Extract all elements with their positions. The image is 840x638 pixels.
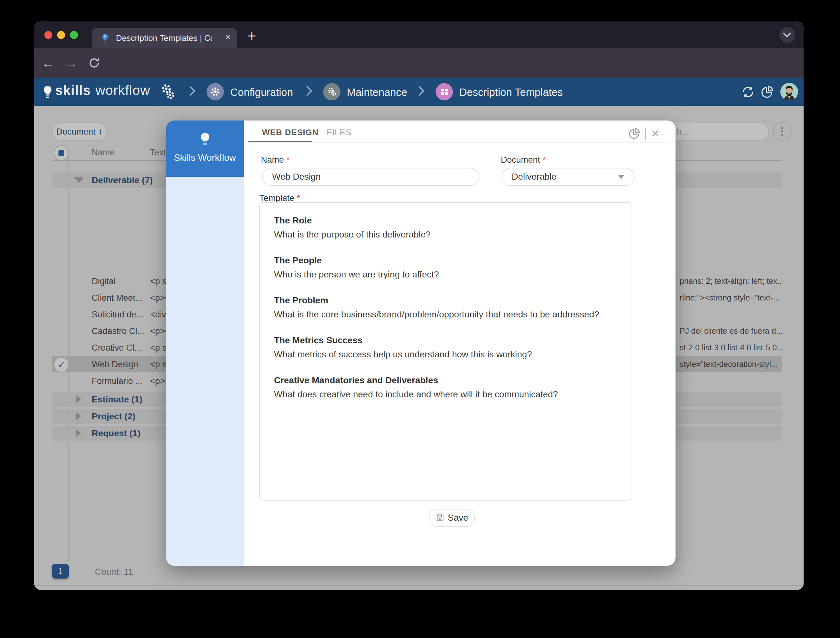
section-heading: Creative Mandatories and Deliverables: [274, 375, 617, 385]
logo-lightbulb-icon: [42, 85, 53, 100]
description-template-modal: Skills Workflow WEB DESIGN FILES × Name …: [166, 120, 676, 566]
tab-strip: Description Templates | Confi × +: [34, 21, 804, 48]
save-button[interactable]: Save: [429, 509, 475, 527]
template-section: The Role What is the purpose of this del…: [274, 215, 617, 241]
section-body: What metrics of success help us understa…: [274, 348, 617, 361]
breadcrumb-description-templates[interactable]: Description Templates: [459, 86, 563, 98]
template-editor[interactable]: The Role What is the purpose of this del…: [259, 202, 632, 500]
window-close-button[interactable]: [44, 31, 52, 39]
section-body: What is the core business/brand/problem/…: [274, 309, 617, 321]
required-asterisk: *: [286, 155, 290, 165]
breadcrumb-chevron-icon: [185, 85, 196, 96]
section-body: What is the purpose of this deliverable?: [274, 228, 617, 241]
modal-pie-icon[interactable]: [628, 127, 641, 140]
document-label: Document *: [501, 155, 546, 165]
section-heading: The Role: [274, 215, 617, 226]
new-tab-button[interactable]: +: [248, 27, 256, 44]
modal-close-icon[interactable]: ×: [652, 126, 659, 141]
back-button[interactable]: ←: [39, 48, 58, 78]
template-section: The People Who is the person we are tryi…: [274, 255, 617, 281]
forward-button[interactable]: →: [62, 48, 81, 78]
reload-button[interactable]: [85, 48, 104, 78]
section-heading: The People: [274, 255, 617, 266]
browser-tab[interactable]: Description Templates | Confi ×: [92, 28, 237, 48]
user-avatar[interactable]: [780, 83, 798, 101]
reports-pie-icon[interactable]: [760, 85, 775, 100]
window-minimize-button[interactable]: [57, 31, 65, 39]
chevron-down-icon: [783, 29, 791, 37]
section-body: What does creative need to include and w…: [274, 388, 617, 401]
logo-gears-icon: [159, 83, 177, 101]
breadcrumb-configuration[interactable]: Configuration: [230, 86, 293, 98]
table-grid-icon: [441, 89, 448, 95]
breadcrumb-description-templates-icon[interactable]: [436, 83, 453, 100]
tab-web-design[interactable]: WEB DESIGN: [262, 128, 319, 138]
app-header: skills workflow Configuration Maintenanc…: [34, 78, 804, 106]
name-input[interactable]: Web Design: [262, 168, 479, 186]
user-avatar-illustration: [780, 83, 798, 101]
modal-icon-separator: [645, 128, 646, 140]
gear-icon: [210, 86, 221, 97]
screen: Description Templates | Confi × + ← → de…: [0, 0, 840, 638]
section-heading: The Problem: [274, 295, 617, 306]
logo-text-skills[interactable]: skills: [55, 83, 91, 98]
tab-files[interactable]: FILES: [327, 128, 351, 138]
modal-sidebar-title: Skills Workflow: [174, 152, 236, 163]
gears-icon: [327, 86, 337, 97]
reload-icon: [88, 57, 101, 70]
save-label: Save: [448, 513, 468, 523]
breadcrumb-chevron-icon: [414, 85, 425, 96]
tab-bar-divider: [244, 142, 669, 142]
tab-favicon-lightbulb-icon: [100, 33, 110, 43]
sidebar-lightbulb-icon: [199, 131, 212, 148]
name-label: Name *: [261, 155, 290, 165]
required-asterisk: *: [543, 155, 546, 165]
logo-text-workflow[interactable]: workflow: [95, 83, 150, 98]
browser-toolbar: ← → demo-test.skillsworkflow.com/home/co…: [34, 48, 804, 78]
tab-close-icon[interactable]: ×: [225, 32, 231, 43]
window-zoom-button[interactable]: [70, 31, 78, 39]
document-value: Deliverable: [512, 172, 556, 182]
save-floppy-icon: [436, 513, 445, 522]
breadcrumb-chevron-icon: [302, 85, 313, 96]
section-heading: The Metrics Success: [274, 335, 617, 345]
breadcrumb-maintenance-icon[interactable]: [323, 83, 341, 100]
refresh-icon[interactable]: [741, 85, 755, 100]
section-body: Who is the person we are trying to affec…: [274, 269, 617, 281]
template-section: Creative Mandatories and Deliverables Wh…: [274, 375, 617, 401]
template-section: The Metrics Success What metrics of succ…: [274, 335, 617, 361]
select-caret-icon: [618, 175, 624, 179]
tab-title: Description Templates | Confi: [116, 33, 212, 43]
name-value: Web Design: [272, 172, 321, 182]
required-asterisk: *: [297, 193, 300, 203]
breadcrumb-maintenance[interactable]: Maintenance: [347, 86, 407, 98]
document-select[interactable]: Deliverable: [501, 168, 635, 186]
browser-window: Description Templates | Confi × + ← → de…: [34, 21, 804, 590]
tab-overview-button[interactable]: [779, 27, 795, 43]
modal-sidebar: [166, 177, 244, 566]
breadcrumb-configuration-icon[interactable]: [207, 83, 224, 100]
modal-sidebar-header: Skills Workflow: [166, 120, 244, 177]
template-section: The Problem What is the core business/br…: [274, 295, 617, 321]
